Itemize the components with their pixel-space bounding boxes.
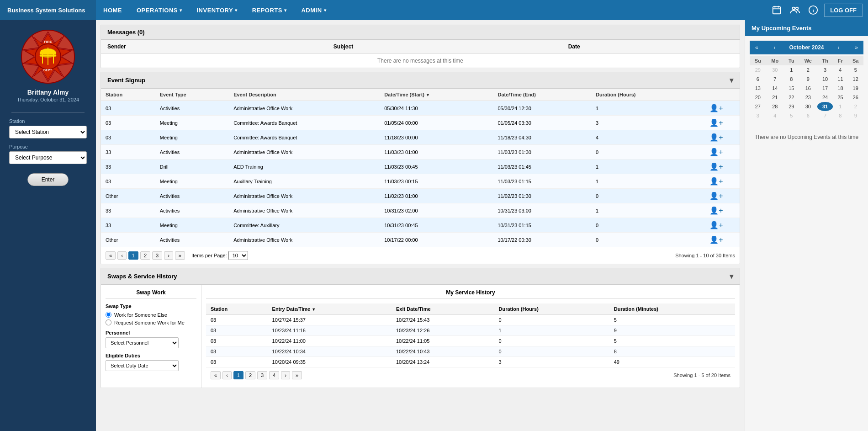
cal-next-month[interactable]: › — [836, 43, 841, 52]
calendar-day-cell[interactable]: 19 — [847, 84, 863, 93]
col-date-end[interactable]: Date/Time (End) — [493, 89, 591, 101]
svc-col-entry[interactable]: Entry Date/Time ▼ — [268, 303, 392, 315]
calendar-day-cell[interactable]: 9 — [799, 74, 817, 84]
calendar-day-cell[interactable]: 5 — [847, 65, 863, 74]
calendar-day-cell[interactable]: 30 — [799, 102, 817, 111]
calendar-day-cell[interactable]: 29 — [750, 65, 766, 74]
calendar-day-cell[interactable]: 1 — [833, 102, 847, 111]
page-3[interactable]: 3 — [152, 251, 162, 260]
calendar-day-cell[interactable]: 31 — [817, 102, 833, 111]
calendar-day-cell[interactable]: 16 — [799, 84, 817, 93]
calendar-day-cell[interactable]: 7 — [766, 74, 784, 84]
calendar-day-cell[interactable]: 8 — [833, 111, 847, 120]
calendar-day-cell[interactable]: 29 — [784, 102, 799, 111]
calendar-day-cell[interactable]: 2 — [847, 102, 863, 111]
calendar-day-cell[interactable]: 10 — [817, 74, 833, 84]
calendar-day-cell[interactable]: 25 — [833, 93, 847, 102]
svc-page-prev[interactable]: ‹ — [222, 371, 232, 379]
event-signup-action[interactable]: 👤+ — [693, 101, 740, 116]
calendar-day-cell[interactable]: 26 — [847, 93, 863, 102]
calendar-day-cell[interactable]: 21 — [766, 93, 784, 102]
calendar-day-cell[interactable]: 24 — [817, 93, 833, 102]
event-cell-desc: Committee: Awards Banquet — [229, 130, 380, 145]
page-next[interactable]: › — [164, 251, 173, 260]
col-duration[interactable]: Duration (Hours) — [591, 89, 693, 101]
calendar-day-cell[interactable]: 9 — [847, 111, 863, 120]
info-icon[interactable] — [806, 3, 820, 17]
radio-request-someone[interactable]: Request Someone Work for Me — [106, 319, 196, 325]
event-signup-action[interactable]: 👤+ — [693, 218, 740, 233]
calendar-day-cell[interactable]: 22 — [784, 93, 799, 102]
calendar-day-cell[interactable]: 3 — [817, 65, 833, 74]
items-per-page-select[interactable]: 10 25 50 — [228, 251, 248, 260]
calendar-day-cell[interactable]: 28 — [766, 102, 784, 111]
users-icon[interactable] — [788, 3, 802, 17]
svc-page-next[interactable]: › — [281, 371, 290, 379]
calendar-day-cell[interactable]: 1 — [784, 65, 799, 74]
calendar-day-cell[interactable]: 11 — [833, 74, 847, 84]
calendar-day-cell[interactable]: 4 — [766, 111, 784, 120]
col-date-start[interactable]: Date/Time (Start) ▼ — [380, 89, 493, 101]
event-signup-action[interactable]: 👤+ — [693, 233, 740, 247]
calendar-icon[interactable] — [769, 3, 784, 17]
page-first[interactable]: « — [106, 251, 116, 260]
event-signup-action[interactable]: 👤+ — [693, 189, 740, 203]
logoff-button[interactable]: LOG OFF — [824, 4, 863, 17]
nav-inventory[interactable]: INVENTORY ▾ — [190, 0, 245, 20]
calendar-day-cell[interactable]: 7 — [817, 111, 833, 120]
calendar-day-cell[interactable]: 14 — [766, 84, 784, 93]
calendar-day-cell[interactable]: 15 — [784, 84, 799, 93]
svc-page-first[interactable]: « — [211, 371, 221, 379]
calendar-day-cell[interactable]: 2 — [799, 65, 817, 74]
radio-request-input[interactable] — [106, 319, 111, 325]
svc-page-2[interactable]: 2 — [245, 371, 255, 379]
nav-home[interactable]: HOME — [96, 0, 129, 20]
svc-page-3[interactable]: 3 — [257, 371, 267, 379]
calendar-day-cell[interactable]: 5 — [784, 111, 799, 120]
svc-page-1[interactable]: 1 — [233, 371, 243, 379]
nav-reports[interactable]: REPORTS ▾ — [245, 0, 294, 20]
calendar-day-cell[interactable]: 4 — [833, 65, 847, 74]
calendar-day-cell[interactable]: 12 — [847, 74, 863, 84]
event-signup-action[interactable]: 👤+ — [693, 145, 740, 160]
duty-date-select[interactable]: Select Duty Date — [106, 360, 179, 371]
col-event-type[interactable]: Event Type — [155, 89, 229, 101]
calendar-day-cell[interactable]: 13 — [750, 84, 766, 93]
cal-prev-month[interactable]: ‹ — [772, 43, 778, 52]
calendar-day-cell[interactable]: 23 — [799, 93, 817, 102]
radio-work-input[interactable] — [106, 312, 111, 318]
event-signup-collapse[interactable]: ▾ — [730, 76, 733, 85]
event-signup-action[interactable]: 👤+ — [693, 130, 740, 145]
radio-work-for-someone[interactable]: Work for Someone Else — [106, 312, 196, 318]
calendar-day-cell[interactable]: 18 — [833, 84, 847, 93]
calendar-day-cell[interactable]: 8 — [784, 74, 799, 84]
page-last[interactable]: » — [175, 251, 185, 260]
calendar-day-cell[interactable]: 30 — [766, 65, 784, 74]
calendar-day-cell[interactable]: 27 — [750, 102, 766, 111]
cal-next-year[interactable]: » — [853, 43, 860, 52]
calendar-day-cell[interactable]: 20 — [750, 93, 766, 102]
calendar-day-cell[interactable]: 3 — [750, 111, 766, 120]
col-station[interactable]: Station — [101, 89, 155, 101]
station-select[interactable]: Select Station — [9, 126, 87, 138]
personnel-select[interactable]: Select Personnel — [106, 337, 179, 348]
purpose-select[interactable]: Select Purpose — [9, 151, 87, 164]
col-event-desc[interactable]: Event Description — [229, 89, 380, 101]
page-prev[interactable]: ‹ — [117, 251, 127, 260]
event-signup-action[interactable]: 👤+ — [693, 203, 740, 218]
swaps-collapse[interactable]: ▾ — [730, 272, 733, 281]
nav-operations[interactable]: OPERATIONS ▾ — [129, 0, 190, 20]
event-signup-action[interactable]: 👤+ — [693, 174, 740, 189]
svc-page-4[interactable]: 4 — [269, 371, 279, 379]
enter-button[interactable]: Enter — [27, 173, 69, 186]
nav-admin[interactable]: ADMIN ▾ — [294, 0, 333, 20]
event-signup-action[interactable]: 👤+ — [693, 116, 740, 130]
calendar-day-cell[interactable]: 6 — [799, 111, 817, 120]
page-2[interactable]: 2 — [140, 251, 150, 260]
cal-prev-year[interactable]: « — [753, 43, 760, 52]
page-1[interactable]: 1 — [128, 251, 138, 260]
svc-page-last[interactable]: » — [292, 371, 302, 379]
calendar-day-cell[interactable]: 6 — [750, 74, 766, 84]
event-signup-action[interactable]: 👤+ — [693, 160, 740, 174]
calendar-day-cell[interactable]: 17 — [817, 84, 833, 93]
